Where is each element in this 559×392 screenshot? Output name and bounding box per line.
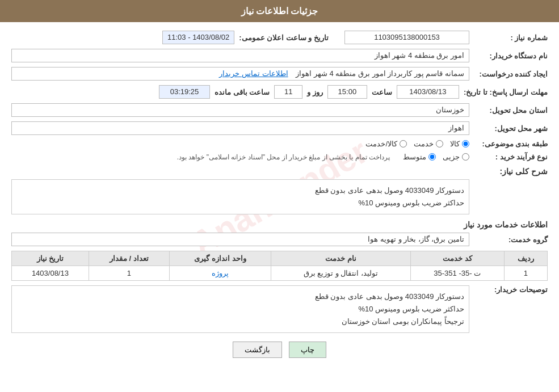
- buyer-notes-line3: ترجیحاً پیمانکاران بومی استان خوزستان: [16, 315, 464, 328]
- cell-unit: پروژه: [169, 266, 271, 281]
- page-header: جزئیات اطلاعات نیاز: [0, 0, 559, 22]
- creator-row: ایجاد کننده درخواست: سمانه قاسم پور کارب…: [11, 67, 548, 81]
- remaining-label: ساعت باقی مانده: [215, 88, 270, 96]
- buyer-notes-line1: دستورکار 4033049 وصول بدهی عادی بدون قطع: [16, 290, 464, 303]
- service-group-row: گروه خدمت: تامین برق، گاز، بخار و تهویه …: [11, 233, 548, 246]
- need-number-value: 1103095138000153: [344, 31, 469, 44]
- table-row: 1 ت -35- 351-35 تولید، انتقال و توزیع بر…: [12, 266, 548, 281]
- buttons-row: چاپ بازگشت: [11, 342, 548, 358]
- days-value: 11: [274, 85, 302, 99]
- category-option-kala[interactable]: کالا: [450, 140, 469, 148]
- cell-service-name: تولید، انتقال و توزیع برق: [271, 266, 410, 281]
- date-label: تاریخ و ساعت اعلان عمومی:: [239, 33, 329, 42]
- purchase-type-radio-group: جزیی متوسط: [403, 153, 469, 161]
- date-value: 1403/08/02 - 11:03: [162, 31, 234, 44]
- service-group-value: تامین برق، گاز، بخار و تهویه هوا: [11, 233, 469, 246]
- deadline-label: مهلت ارسال پاسخ: تا تاریخ:: [464, 88, 548, 96]
- category-option-khadamat[interactable]: خدمت: [414, 140, 443, 148]
- service-section-title: اطلاعات خدمات مورد نیاز: [11, 220, 548, 229]
- purchase-type-row: نوع فرآیند خرید : جزیی متوسط پرداخت تمام…: [11, 153, 548, 161]
- service-group-label: گروه خدمت:: [474, 235, 548, 244]
- back-button[interactable]: بازگشت: [233, 342, 282, 358]
- purchase-option-jozii[interactable]: جزیی: [443, 153, 469, 161]
- creator-label: ایجاد کننده درخواست:: [474, 70, 548, 78]
- description-box: دستورکار 4033049 وصول بدهی عادی بدون قطع…: [11, 179, 469, 214]
- province-label: استان محل تحویل:: [474, 106, 548, 115]
- creator-value: سمانه قاسم پور کاربرداز امور برق منطقه 4…: [11, 67, 469, 81]
- purchase-note: پرداخت تمام یا بخشی از مبلغ خریدار از مح…: [177, 153, 390, 161]
- contact-link[interactable]: اطلاعات تماس خریدار: [219, 69, 288, 78]
- col-service-name: نام خدمت: [271, 251, 410, 266]
- col-unit: واحد اندازه گیری: [169, 251, 271, 266]
- city-label: شهر محل تحویل:: [474, 124, 548, 133]
- city-row: شهر محل تحویل: اهواز: [11, 121, 548, 135]
- category-option-kala-khadamat[interactable]: کالا/خدمت: [365, 140, 407, 148]
- description-title: شرح کلی نیاز:: [11, 167, 548, 176]
- days-label: روز و: [307, 88, 323, 96]
- category-radio-group: کالا خدمت کالا/خدمت: [365, 140, 469, 148]
- description-line1: دستورکار 4033049 وصول بدهی عادی بدون قطع: [16, 184, 464, 197]
- deadline-row: مهلت ارسال پاسخ: تا تاریخ: 1403/08/13 سا…: [11, 85, 548, 99]
- deadline-time: 15:00: [327, 85, 367, 99]
- need-number-label: شماره نیاز :: [474, 33, 548, 42]
- page-title: جزئیات اطلاعات نیاز: [241, 6, 318, 16]
- col-row-num: ردیف: [504, 251, 547, 266]
- need-number-row: شماره نیاز : 1103095138000153 تاریخ و سا…: [11, 31, 548, 44]
- buyer-notes-line2: حداکثر ضریب بلوس ومینوس 10%: [16, 303, 464, 315]
- cell-row-num: 1: [504, 266, 547, 281]
- province-row: استان محل تحویل: خوزستان: [11, 103, 548, 117]
- time-label: ساعت: [372, 88, 392, 96]
- col-quantity: تعداد / مقدار: [89, 251, 169, 266]
- purchase-option-motavasset[interactable]: متوسط: [403, 153, 436, 161]
- deadline-date: 1403/08/13: [397, 85, 459, 99]
- buyer-name-value: امور برق منطقه 4 شهر اهواز: [11, 49, 469, 62]
- buyer-notes-box: دستورکار 4033049 وصول بدهی عادی بدون قطع…: [11, 285, 469, 333]
- city-value: اهواز: [11, 121, 469, 135]
- col-need-date: تاریخ نیاز: [12, 251, 89, 266]
- category-label: طبقه بندی موضوعی:: [474, 140, 548, 148]
- cell-need-date: 1403/08/13: [12, 266, 89, 281]
- buyer-name-label: نام دستگاه خریدار:: [474, 52, 548, 60]
- service-table: ردیف کد خدمت نام خدمت واحد اندازه گیری ت…: [11, 251, 548, 281]
- description-line2: حداکثر ضریب بلوس ومینوس 10%: [16, 197, 464, 209]
- purchase-type-label: نوع فرآیند خرید :: [474, 153, 548, 161]
- category-row: طبقه بندی موضوعی: کالا خدمت کالا/خدمت: [11, 140, 548, 148]
- col-service-code: کد خدمت: [410, 251, 504, 266]
- buyer-name-row: نام دستگاه خریدار: امور برق منطقه 4 شهر …: [11, 49, 548, 62]
- print-button[interactable]: چاپ: [289, 342, 326, 358]
- remaining-value: 03:19:25: [159, 85, 210, 99]
- cell-service-code: ت -35- 351-35: [410, 266, 504, 281]
- buyer-notes-label: توصیحات خریدار:: [474, 285, 548, 294]
- buyer-notes-row: توصیحات خریدار: دستورکار 4033049 وصول بد…: [11, 285, 548, 333]
- province-value: خوزستان: [11, 103, 469, 117]
- cell-quantity: 1: [89, 266, 169, 281]
